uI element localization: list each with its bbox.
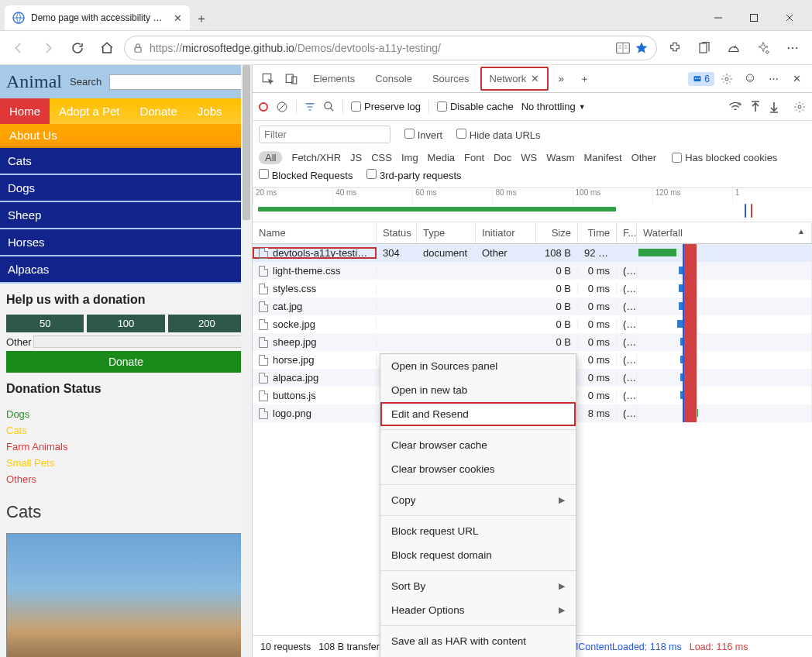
table-row[interactable]: sheep.jpg0 B0 ms(... [253, 333, 812, 351]
search-input[interactable] [109, 74, 246, 90]
wifi-icon[interactable] [728, 101, 742, 112]
donate-100[interactable]: 100 [87, 315, 164, 332]
collections-icon[interactable] [691, 36, 717, 60]
filter-ws[interactable]: WS [521, 152, 537, 163]
menu-item[interactable]: Header Options▶ [380, 598, 576, 622]
col-initiator[interactable]: Initiator [476, 222, 536, 243]
favorite-star-icon[interactable] [635, 41, 649, 55]
menu-item[interactable]: Edit and Resend [380, 402, 576, 426]
settings-icon[interactable] [793, 101, 806, 113]
filter-js[interactable]: JS [350, 152, 362, 163]
download-icon[interactable] [769, 101, 779, 113]
minimize-button[interactable] [700, 5, 736, 30]
list-item[interactable]: Horses [0, 229, 252, 256]
tab-sources[interactable]: Sources [423, 67, 479, 91]
performance-icon[interactable] [721, 36, 747, 60]
col-time[interactable]: Time [578, 222, 617, 243]
menu-item[interactable]: Open in Sources panel [380, 354, 576, 378]
filter-font[interactable]: Font [464, 152, 484, 163]
nav-adopt[interactable]: Adopt a Pet [54, 98, 124, 124]
filter-img[interactable]: Img [401, 152, 418, 163]
more-tabs-icon[interactable]: » [550, 68, 572, 90]
upload-icon[interactable] [750, 101, 761, 113]
new-tab-button[interactable]: ＋ [190, 7, 213, 30]
filter-icon[interactable] [304, 101, 315, 112]
col-status[interactable]: Status [377, 222, 417, 243]
menu-item[interactable]: Clear browser cookies [380, 457, 576, 481]
donate-button[interactable]: Donate [6, 351, 246, 373]
close-tab-icon[interactable]: ✕ [174, 12, 182, 24]
filter-all[interactable]: All [259, 151, 282, 164]
clear-icon[interactable] [276, 101, 288, 113]
more-icon[interactable]: ⋯ [762, 68, 784, 90]
timeline-overview[interactable]: 20 ms40 ms60 ms80 ms100 ms120 ms1 [253, 188, 812, 222]
address-field[interactable]: https://microsoftedge.github.io/Demos/de… [124, 36, 657, 60]
donate-50[interactable]: 50 [6, 315, 84, 332]
table-row[interactable]: cat.jpg0 B0 ms(... [253, 298, 812, 315]
filter-other[interactable]: Other [631, 152, 657, 163]
menu-item[interactable]: Save all as HAR with content [380, 629, 576, 653]
reading-view-icon[interactable] [616, 42, 630, 54]
forward-button[interactable] [36, 36, 60, 60]
third-party-checkbox[interactable]: 3rd-party requests [366, 169, 461, 181]
table-row[interactable]: devtools-a11y-testing/304documentOther10… [253, 244, 812, 262]
search-icon[interactable] [323, 101, 335, 112]
table-row[interactable]: socke.jpg0 B0 ms(... [253, 315, 812, 333]
filter-input[interactable] [259, 126, 391, 143]
menu-item[interactable]: Sort By▶ [380, 574, 576, 598]
hide-data-urls-checkbox[interactable]: Hide data URLs [456, 129, 540, 141]
disable-cache-checkbox[interactable]: Disable cache [437, 101, 514, 112]
menu-item[interactable]: Block request domain [380, 543, 576, 567]
other-amount-input[interactable] [33, 335, 246, 348]
filter-manifest[interactable]: Manifest [583, 152, 621, 163]
menu-item[interactable]: Copy▶ [380, 488, 576, 512]
tab-network[interactable]: Network✕ [480, 67, 549, 91]
col-name[interactable]: Name [253, 222, 377, 243]
filter-wasm[interactable]: Wasm [546, 152, 574, 163]
record-icon[interactable] [259, 102, 268, 112]
list-item[interactable]: Cats [0, 148, 252, 175]
close-window-button[interactable] [772, 5, 807, 30]
issues-pill[interactable]: 6 [688, 72, 714, 86]
menu-item[interactable]: Block request URL [380, 519, 576, 543]
preserve-log-checkbox[interactable]: Preserve log [351, 101, 421, 112]
add-tab-icon[interactable]: ＋ [573, 68, 595, 90]
filter-doc[interactable]: Doc [494, 152, 511, 163]
extensions-icon[interactable] [662, 36, 688, 60]
throttling-select[interactable]: No throttling ▼ [521, 101, 586, 112]
menu-item[interactable]: Open in new tab [380, 378, 576, 402]
filter-media[interactable]: Media [428, 152, 455, 163]
list-item[interactable]: Dogs [0, 175, 252, 202]
close-devtools-icon[interactable]: ✕ [786, 68, 807, 90]
nav-jobs[interactable]: Jobs [193, 98, 227, 124]
device-icon[interactable] [280, 68, 302, 90]
more-menu-icon[interactable] [779, 36, 806, 60]
maximize-button[interactable] [736, 5, 772, 30]
nav-about[interactable]: About Us [0, 124, 252, 148]
menu-item[interactable]: Clear browser cache [380, 433, 576, 457]
tab-elements[interactable]: Elements [304, 67, 364, 91]
col-waterfall[interactable]: Waterfall▲ [637, 222, 812, 243]
col-fulfilled[interactable]: F... [617, 222, 637, 243]
table-row[interactable]: light-theme.css0 B0 ms(... [253, 262, 812, 280]
col-type[interactable]: Type [417, 222, 476, 243]
filter-css[interactable]: CSS [371, 152, 392, 163]
blocked-requests-checkbox[interactable]: Blocked Requests [259, 169, 353, 181]
table-row[interactable]: styles.css0 B0 ms(... [253, 280, 812, 298]
has-blocked-cookies-checkbox[interactable]: Has blocked cookies [672, 152, 777, 163]
nav-home[interactable]: Home [0, 98, 50, 124]
tab-console[interactable]: Console [366, 67, 421, 91]
back-button[interactable] [6, 36, 31, 60]
donate-200[interactable]: 200 [168, 315, 246, 332]
refresh-button[interactable] [65, 36, 90, 60]
nav-donate[interactable]: Donate [135, 98, 181, 124]
feedback-icon[interactable] [739, 68, 761, 90]
home-button[interactable] [95, 36, 119, 60]
filter-fetch[interactable]: Fetch/XHR [291, 152, 341, 163]
menu-item[interactable]: Save as... [380, 653, 576, 657]
close-icon[interactable]: ✕ [531, 73, 539, 84]
page-scrollbar[interactable] [241, 65, 252, 657]
list-item[interactable]: Alpacas [0, 256, 252, 284]
settings-gear-icon[interactable] [716, 68, 738, 90]
col-size[interactable]: Size [536, 222, 578, 243]
